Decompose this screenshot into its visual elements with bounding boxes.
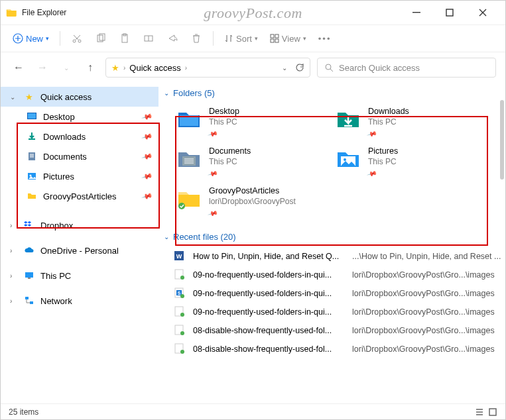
rename-button[interactable] — [139, 28, 158, 48]
svg-rect-16 — [28, 113, 36, 119]
address-bar[interactable]: ★ › Quick access › ⌄ — [105, 58, 310, 78]
pin-icon: 📌 — [207, 167, 219, 180]
folder-item-downloads[interactable]: DownloadsThis PC📌 — [332, 103, 478, 142]
item-count: 25 items — [9, 407, 38, 417]
maximize-button[interactable] — [440, 3, 459, 22]
file-row[interactable]: 08-disable-show-frequently-used-fol... l… — [173, 321, 505, 340]
back-button[interactable]: ← — [10, 59, 27, 76]
dropbox-icon — [23, 219, 35, 231]
icons-view-button[interactable] — [488, 407, 497, 417]
network-icon — [23, 295, 35, 307]
chevron-right-icon: › — [123, 64, 125, 72]
pictures-folder-icon — [335, 146, 361, 172]
svg-rect-10 — [271, 34, 274, 38]
content-pane: ⌄ Folders (5) DesktopThis PC📌 DownloadsT… — [158, 83, 505, 403]
folder-name: Desktop — [209, 106, 239, 117]
file-name: 08-disable-show-frequently-used-fol... — [193, 326, 346, 335]
svg-rect-20 — [25, 272, 33, 278]
pin-icon: 📌 — [141, 190, 154, 202]
svg-point-42 — [180, 350, 184, 354]
cloud-icon — [23, 244, 35, 256]
expand-icon[interactable]: › — [10, 297, 18, 305]
sidebar-item-network[interactable]: › Network — [1, 291, 158, 311]
pin-icon: 📌 — [366, 127, 378, 140]
forward-button[interactable]: → — [34, 59, 51, 76]
minimize-button[interactable] — [407, 3, 426, 22]
folder-location: This PC — [209, 117, 239, 127]
file-row[interactable]: W How to Pin, Unpin, Hide, and Reset Q..… — [173, 247, 505, 266]
recent-section-header[interactable]: ⌄ Recent files (20) — [164, 229, 505, 247]
sidebar-item-label: Desktop — [43, 112, 75, 122]
sidebar-item-documents[interactable]: Documents 📌 — [1, 146, 158, 166]
folder-item-documents[interactable]: DocumentsThis PC📌 — [173, 143, 319, 182]
share-button[interactable] — [162, 28, 182, 48]
collapse-icon[interactable]: ⌄ — [10, 93, 18, 101]
pc-icon — [23, 270, 35, 282]
paste-button[interactable] — [115, 28, 135, 48]
folder-name: Pictures — [368, 146, 398, 156]
pin-icon: 📌 — [141, 170, 154, 182]
delete-button[interactable] — [186, 28, 206, 48]
pin-icon: 📌 — [207, 127, 219, 140]
copy-button[interactable] — [91, 28, 111, 48]
breadcrumb[interactable]: Quick access — [129, 63, 180, 73]
expand-icon[interactable]: › — [10, 247, 18, 254]
sidebar-item-label: Documents — [43, 152, 87, 162]
image-file-icon — [173, 324, 186, 337]
svg-rect-11 — [275, 34, 279, 38]
expand-icon[interactable]: › — [10, 272, 18, 280]
folder-item-desktop[interactable]: DesktopThis PC📌 — [173, 103, 319, 142]
expand-icon[interactable]: › — [10, 222, 18, 229]
window-title: File Explorer — [22, 8, 66, 17]
sidebar-item-thispc[interactable]: › This PC — [1, 266, 158, 286]
sidebar-item-desktop[interactable]: Desktop 📌 — [1, 107, 158, 127]
sort-button[interactable]: Sort ▾ — [220, 28, 262, 48]
desktop-icon — [26, 111, 38, 123]
svg-rect-22 — [25, 297, 29, 299]
sort-label: Sort — [236, 34, 252, 44]
view-button[interactable]: View ▾ — [266, 28, 310, 48]
svg-point-40 — [180, 331, 184, 335]
chevron-down-icon: ▾ — [303, 35, 306, 42]
sidebar-item-label: OneDrive - Personal — [40, 246, 119, 256]
sidebar-item-onedrive[interactable]: › OneDrive - Personal — [1, 240, 158, 260]
recent-dropdown[interactable]: ⌄ — [58, 59, 75, 76]
pin-icon: 📌 — [207, 207, 219, 220]
sidebar-item-quick-access[interactable]: ⌄ ★ Quick access — [1, 87, 158, 107]
folders-section-header[interactable]: ⌄ Folders (5) — [164, 85, 505, 103]
up-button[interactable]: ↑ — [82, 59, 99, 76]
file-row[interactable]: 09-no-frequently-used-folders-in-qui... … — [173, 303, 505, 321]
folder-item-pictures[interactable]: PicturesThis PC📌 — [332, 143, 478, 182]
search-box[interactable]: Search Quick access — [317, 58, 496, 78]
address-dropdown[interactable]: ⌄ — [282, 64, 287, 72]
cut-button[interactable] — [67, 28, 87, 48]
folder-location: This PC — [368, 117, 409, 127]
navigation-bar: ← → ⌄ ↑ ★ › Quick access › ⌄ Search Quic… — [1, 52, 505, 83]
close-button[interactable] — [474, 3, 492, 22]
sidebar-item-groovypostarticles[interactable]: GroovyPostArticles 📌 — [1, 186, 158, 206]
svg-point-36 — [180, 294, 184, 298]
folder-name: GroovyPostArticles — [209, 185, 296, 196]
downloads-folder-icon — [335, 106, 361, 132]
file-row[interactable]: 08-disable-show-frequently-used-fol... l… — [173, 340, 505, 358]
file-row[interactable]: 09-no-frequently-used-folders-in-qui... … — [173, 266, 505, 284]
pin-icon: 📌 — [366, 167, 378, 180]
file-row[interactable]: S 09-no-frequently-used-folders-in-qui..… — [173, 284, 505, 303]
folder-item-groovypostarticles[interactable]: GroovyPostArticleslori\Dropbox\GroovyPos… — [173, 183, 319, 221]
more-button[interactable]: ••• — [314, 28, 336, 48]
sidebar-item-label: Network — [40, 296, 72, 306]
details-view-button[interactable] — [475, 407, 484, 417]
svg-text:W: W — [176, 253, 182, 260]
sidebar-item-downloads[interactable]: Downloads 📌 — [1, 127, 158, 146]
new-button[interactable]: New ▾ — [9, 28, 53, 48]
chevron-down-icon: ▾ — [46, 35, 49, 42]
collapse-icon: ⌄ — [164, 89, 169, 97]
sidebar-item-dropbox[interactable]: › Dropbox — [1, 215, 158, 235]
image-file-icon — [173, 268, 186, 282]
sidebar-item-pictures[interactable]: Pictures 📌 — [1, 166, 158, 186]
svg-text:S: S — [178, 291, 181, 295]
word-file-icon: W — [173, 250, 186, 263]
image-file-icon — [173, 342, 186, 356]
refresh-button[interactable] — [295, 63, 304, 72]
scrollbar-thumb[interactable] — [500, 100, 504, 180]
